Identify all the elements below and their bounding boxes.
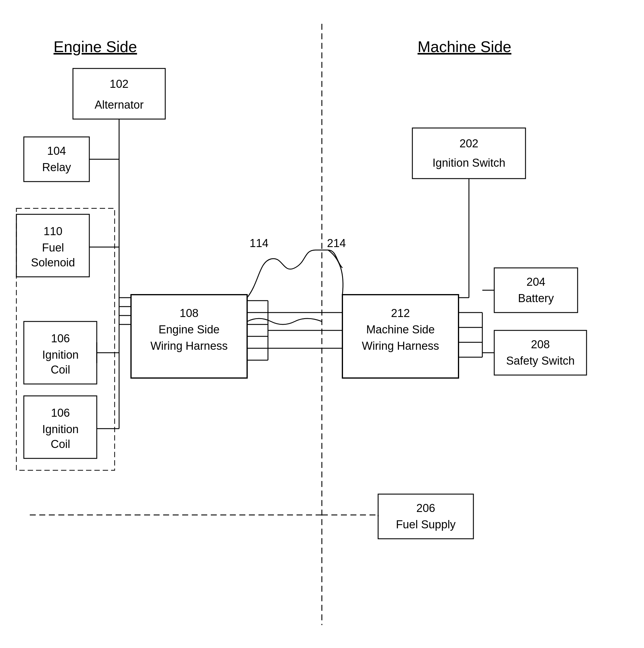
machine-harness-id: 212	[391, 307, 410, 319]
battery-box	[494, 268, 578, 313]
fuel-solenoid-name1: Fuel	[42, 241, 64, 254]
fuel-supply-name: Fuel Supply	[396, 518, 456, 531]
ignition-coil-1-id: 106	[51, 332, 70, 345]
engine-harness-name1: Engine Side	[159, 323, 220, 336]
connector-214-label: 214	[327, 237, 346, 250]
ignition-coil-1-name1: Ignition	[42, 348, 79, 361]
safety-switch-name: Safety Switch	[506, 355, 575, 367]
connector-114-label: 114	[250, 237, 268, 250]
engine-side-title: Engine Side	[54, 38, 137, 55]
relay-id: 104	[47, 145, 66, 157]
ignition-switch-name: Ignition Switch	[432, 157, 505, 169]
ignition-coil-1-name2: Coil	[51, 364, 70, 376]
connector-114-wire	[247, 250, 322, 298]
fuel-supply-box	[378, 494, 473, 539]
alternator-id: 102	[110, 78, 128, 90]
machine-harness-name2: Wiring Harness	[362, 340, 439, 352]
engine-harness-id: 108	[179, 307, 198, 319]
alternator-box	[73, 68, 165, 119]
safety-switch-id: 208	[531, 338, 550, 350]
relay-name: Relay	[42, 161, 71, 173]
ignition-coil-2-name2: Coil	[51, 438, 70, 450]
fuel-supply-id: 206	[416, 502, 435, 515]
ignition-switch-id: 202	[460, 137, 478, 150]
connector-wire-main	[247, 319, 322, 324]
diagram-container: Engine Side Machine Side 102 Alternator …	[0, 0, 644, 648]
engine-harness-name2: Wiring Harness	[150, 340, 228, 352]
battery-name: Battery	[518, 292, 554, 305]
battery-id: 204	[526, 276, 545, 288]
ignition-coil-2-name1: Ignition	[42, 423, 79, 435]
ignition-coil-2-id: 106	[51, 407, 70, 419]
machine-harness-name1: Machine Side	[366, 323, 435, 336]
relay-box	[24, 137, 89, 181]
safety-switch-box	[494, 330, 587, 375]
fuel-solenoid-name2: Solenoid	[31, 256, 75, 269]
alternator-name: Alternator	[95, 99, 144, 111]
machine-side-title: Machine Side	[417, 38, 511, 55]
connector-214-wire	[328, 250, 343, 295]
fuel-solenoid-id: 110	[44, 225, 62, 237]
ignition-switch-box	[412, 128, 526, 178]
